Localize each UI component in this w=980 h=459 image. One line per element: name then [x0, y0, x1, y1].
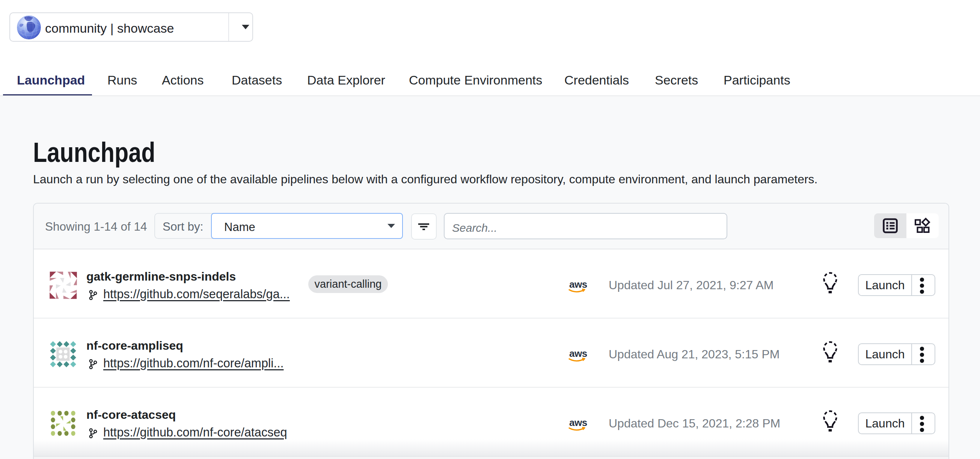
svg-text:aws: aws [569, 417, 587, 428]
svg-text:aws: aws [569, 279, 587, 290]
svg-text:aws: aws [569, 348, 587, 359]
